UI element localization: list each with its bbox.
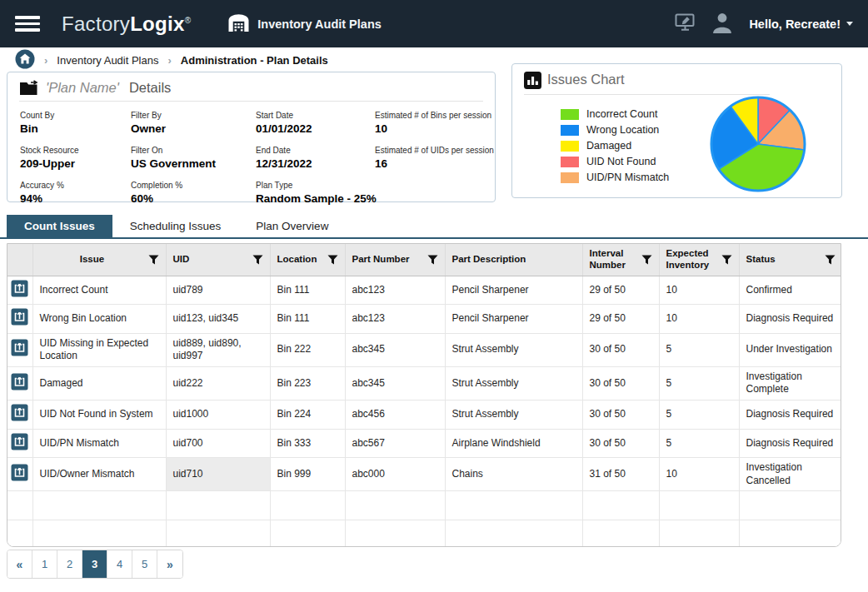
cell-expected: 10 <box>659 458 739 491</box>
cell-uid: uid123, uid345 <box>166 305 270 334</box>
pagination-page-5[interactable]: 5 <box>132 550 157 578</box>
cell-part-description: Strut Assembly <box>445 333 582 366</box>
top-navbar: FactoryLogix® Inventory Audit Plans <box>0 0 868 47</box>
monitor-edit-icon[interactable] <box>675 13 696 34</box>
open-row-icon[interactable] <box>11 433 28 450</box>
cell-interval: 29 of 50 <box>582 276 659 305</box>
column-header-expected-inventory: Expected Inventory <box>659 244 739 276</box>
open-row-icon[interactable] <box>11 339 28 356</box>
table-row: UID Missing in Expected Location uid889,… <box>7 333 841 366</box>
cell-uid: uid222 <box>166 366 270 400</box>
field-label: Completion % <box>131 181 256 190</box>
plan-details-panel: 'Plan Name' Details Count By Bin Filter … <box>7 72 496 202</box>
field-filter-on: Filter On US Government <box>131 146 256 170</box>
field-value: Bin <box>20 122 131 135</box>
legend-item: Damaged <box>561 139 669 153</box>
field-completion: Completion % 60% <box>131 181 256 205</box>
column-header-uid: UID <box>166 244 270 276</box>
empty-cell <box>739 491 841 520</box>
legend-swatch-uid-not-found <box>561 157 579 167</box>
cell-part-number: abc345 <box>345 366 445 400</box>
details-label: Details <box>129 80 171 96</box>
home-icon[interactable] <box>15 49 35 72</box>
pagination-page-2[interactable]: 2 <box>57 550 82 578</box>
open-row-icon[interactable] <box>11 464 28 481</box>
open-row-icon[interactable] <box>11 373 28 391</box>
chevron-right-icon: › <box>44 54 47 67</box>
user-avatar-icon[interactable] <box>711 11 734 37</box>
column-label: UID <box>173 254 249 266</box>
row-icon-cell <box>7 520 32 546</box>
empty-cell <box>270 491 345 520</box>
table-row: Damaged uid222 Bin 223 abc345 Strut Asse… <box>7 366 841 400</box>
pagination-page-4[interactable]: 4 <box>107 550 132 578</box>
user-menu[interactable]: Hello, Recreate! <box>749 17 853 31</box>
cell-uid: uid700 <box>166 429 270 458</box>
column-label: Part Description <box>452 254 576 266</box>
cell-location: Bin 224 <box>270 400 345 430</box>
filter-icon[interactable] <box>721 255 732 265</box>
row-icon-cell <box>7 276 32 305</box>
filter-icon[interactable] <box>148 255 159 265</box>
legend-swatch-wrong-location <box>561 125 579 136</box>
open-row-icon[interactable] <box>11 404 28 421</box>
field-value: 209-Upper <box>20 157 131 170</box>
tab-plan-overview[interactable]: Plan Overview <box>238 215 346 237</box>
field-end-date: End Date 12/31/2022 <box>256 146 375 170</box>
field-value: 16 <box>375 157 494 170</box>
table-row-empty <box>7 520 841 546</box>
row-icon-cell <box>7 429 32 458</box>
row-icon-cell <box>7 333 32 366</box>
filter-icon[interactable] <box>427 255 438 265</box>
cell-issue: UID/PN Mismatch <box>32 429 166 458</box>
menu-icon[interactable] <box>15 16 40 32</box>
row-icon-cell <box>7 458 32 491</box>
filter-icon[interactable] <box>641 255 652 265</box>
field-value: 10 <box>375 122 494 135</box>
column-label: Part Number <box>352 254 424 266</box>
column-header-location: Location <box>270 244 345 276</box>
cell-issue: Wrong Bin Location <box>32 305 166 334</box>
tab-count-issues[interactable]: Count Issues <box>7 215 112 237</box>
caret-down-icon <box>846 22 853 26</box>
pagination: « 1 2 3 4 5 » <box>7 550 183 579</box>
pagination-prev[interactable]: « <box>7 550 32 578</box>
open-row-icon[interactable] <box>11 308 28 326</box>
field-label: Estimated # of UIDs per session <box>375 146 494 155</box>
field-value: 60% <box>131 192 256 205</box>
cell-expected: 10 <box>659 305 739 334</box>
brand-factory: Factory <box>62 12 130 35</box>
table-row: Wrong Bin Location uid123, uid345 Bin 11… <box>7 305 841 334</box>
row-icon-cell <box>7 400 32 430</box>
legend-item: UID Not Found <box>561 155 669 169</box>
breadcrumb: › Inventory Audit Plans › Administration… <box>0 47 328 72</box>
breadcrumb-link-inventory-audit-plans[interactable]: Inventory Audit Plans <box>57 54 158 67</box>
tab-scheduling-issues[interactable]: Scheduling Issues <box>112 215 239 237</box>
table-row: UID Not Found in System uid1000 Bin 224 … <box>7 400 841 430</box>
pagination-next[interactable]: » <box>157 550 182 578</box>
cell-location: Bin 222 <box>270 333 345 366</box>
cell-interval: 30 of 50 <box>582 366 659 400</box>
legend-item: UID/PN Mismatch <box>561 171 669 185</box>
bar-chart-icon <box>524 72 541 89</box>
empty-cell <box>166 491 270 520</box>
folder-icon <box>19 80 40 96</box>
field-value: Random Sample - 25% <box>256 192 375 205</box>
field-label: Accuracy % <box>20 181 131 190</box>
pagination-page-3[interactable]: 3 <box>82 550 107 578</box>
cell-status: Investigation Cancelled <box>739 458 841 491</box>
filter-icon[interactable] <box>252 255 263 265</box>
filter-icon[interactable] <box>825 255 836 265</box>
cell-uid: uid789 <box>166 276 270 305</box>
plan-details-title: 'Plan Name' Details <box>7 72 495 99</box>
field-accuracy: Accuracy % 94% <box>20 181 131 205</box>
field-plan-type: Plan Type Random Sample - 25% <box>256 181 375 205</box>
filter-icon[interactable] <box>327 255 338 265</box>
legend-swatch-damaged <box>561 141 579 152</box>
header-icon-column <box>7 244 32 276</box>
cell-location: Bin 999 <box>270 458 345 491</box>
open-row-icon[interactable] <box>11 280 28 297</box>
pagination-page-1[interactable]: 1 <box>32 550 57 578</box>
cell-part-number: abc123 <box>345 305 445 334</box>
cell-location: Bin 111 <box>270 276 345 305</box>
